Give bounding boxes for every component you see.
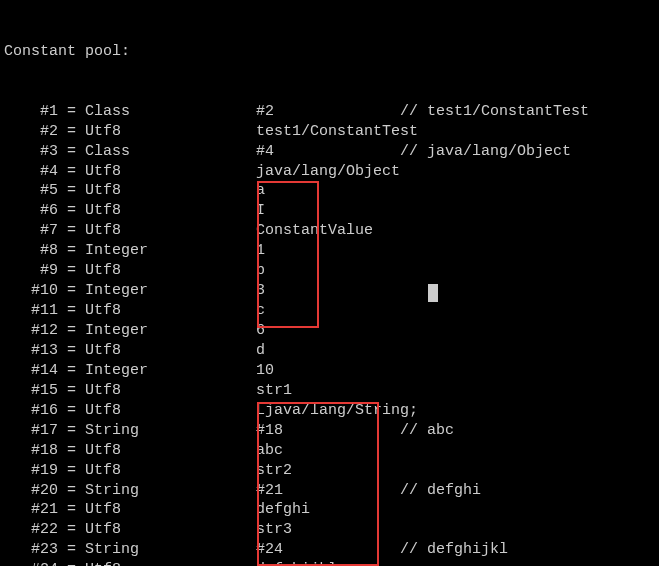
constant-pool-entry: #10 = Integer 3 [4,281,655,301]
constant-pool-entry: #9 = Utf8 b [4,261,655,281]
constant-pool-entry: #18 = Utf8 abc [4,441,655,461]
constant-pool-entry: #8 = Integer 1 [4,241,655,261]
constant-pool-entry: #23 = String #24 // defghijkl [4,540,655,560]
text-cursor [428,284,438,302]
constant-pool-entry: #22 = Utf8 str3 [4,520,655,540]
constant-pool-entry: #3 = Class #4 // java/lang/Object [4,142,655,162]
constant-pool-entry: #7 = Utf8 ConstantValue [4,221,655,241]
constant-pool-entry: #11 = Utf8 c [4,301,655,321]
constant-pool-rows: #1 = Class #2 // test1/ConstantTest #2 =… [4,102,655,566]
constant-pool-entry: #16 = Utf8 Ljava/lang/String; [4,401,655,421]
constant-pool-entry: #13 = Utf8 d [4,341,655,361]
constant-pool-entry: #14 = Integer 10 [4,361,655,381]
constant-pool-header: Constant pool: [4,42,655,62]
constant-pool-entry: #1 = Class #2 // test1/ConstantTest [4,102,655,122]
constant-pool-entry: #2 = Utf8 test1/ConstantTest [4,122,655,142]
constant-pool-entry: #6 = Utf8 I [4,201,655,221]
constant-pool-entry: #19 = Utf8 str2 [4,461,655,481]
constant-pool-entry: #17 = String #18 // abc [4,421,655,441]
terminal-output: Constant pool: #1 = Class #2 // test1/Co… [0,0,659,566]
constant-pool-entry: #12 = Integer 6 [4,321,655,341]
constant-pool-entry: #5 = Utf8 a [4,181,655,201]
constant-pool-entry: #20 = String #21 // defghi [4,481,655,501]
constant-pool-entry: #4 = Utf8 java/lang/Object [4,162,655,182]
constant-pool-entry: #24 = Utf8 defghijkl [4,560,655,566]
constant-pool-entry: #15 = Utf8 str1 [4,381,655,401]
constant-pool-entry: #21 = Utf8 defghi [4,500,655,520]
